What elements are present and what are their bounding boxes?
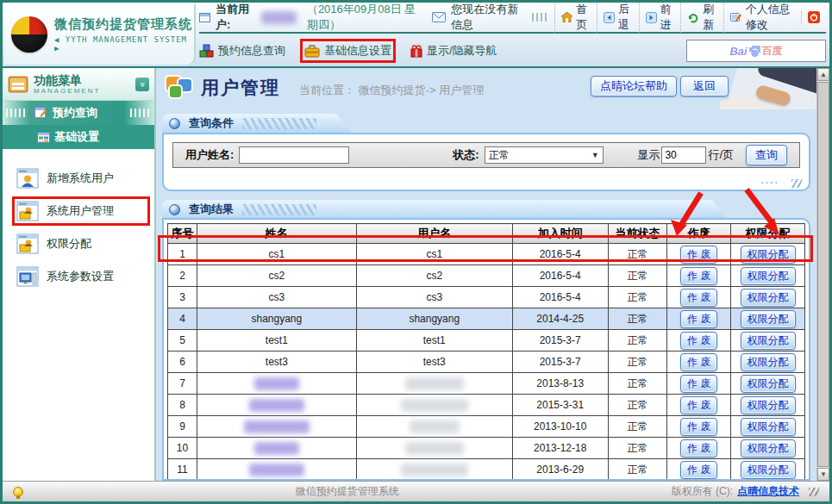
invalidate-button[interactable]: 作 废 — [680, 267, 717, 285]
sidebar-group-label: 基础设置 — [54, 129, 99, 145]
assign-permission-button[interactable]: 权限分配 — [741, 353, 796, 371]
result-panel-tab: 查询结果 — [162, 200, 728, 219]
cell-no: 4 — [168, 308, 197, 330]
scrollbar-thumb[interactable] — [817, 82, 829, 467]
return-button[interactable]: 返回 — [680, 76, 729, 96]
query-panel-body: 用户姓名: 状态: 正常 ▼ 显示 行/页 查询 ···· — [162, 133, 810, 191]
assign-permission-button[interactable]: 权限分配 — [741, 332, 796, 350]
assign-permission-button[interactable]: 权限分配 — [741, 246, 796, 264]
cell-join-date: 2013-6-29 — [512, 459, 608, 481]
toolbar-item[interactable]: 显示/隐藏导航 — [410, 43, 497, 59]
cell-name: cs1 — [197, 244, 356, 265]
scroll-down-button[interactable]: ▼ — [817, 468, 829, 481]
topbar-link[interactable]: 刷新 — [680, 2, 723, 33]
query-panel-tab: 查询条件 — [162, 114, 352, 133]
vertical-scrollbar[interactable]: ▲ ▼ — [816, 68, 829, 481]
cell-assign: 权限分配 — [731, 459, 805, 481]
date-text: （2016年09月08日 星期四） — [307, 2, 427, 33]
assign-permission-button[interactable]: 权限分配 — [741, 418, 796, 436]
topbar-link-label: 刷新 — [703, 2, 716, 33]
topbar-link[interactable]: 前进 — [639, 2, 681, 33]
sidebar-group-basic-settings[interactable]: 基础设置 — [3, 125, 154, 149]
sidebar-collapse-button[interactable]: » — [135, 78, 149, 91]
assign-permission-button[interactable]: 权限分配 — [741, 375, 796, 393]
assign-permission-button[interactable]: 权限分配 — [741, 267, 796, 285]
invalidate-button[interactable]: 作 废 — [680, 396, 717, 414]
cell-name: cs2 — [197, 265, 356, 287]
toolbar-item-label: 基础信息设置 — [324, 43, 391, 59]
cell-join-date: 2013-12-18 — [512, 438, 608, 459]
baidu-search-box[interactable]: Bai 百度 — [686, 40, 826, 62]
invalidate-button[interactable]: 作 废 — [680, 461, 717, 479]
cell-join-date: 2015-3-31 — [512, 395, 608, 416]
sidebar-item[interactable]: 权限分配 — [16, 233, 146, 254]
cell-no: 10 — [168, 438, 197, 459]
toolbar-item[interactable]: 基础信息设置 — [304, 43, 391, 59]
sidebar-item[interactable]: 新增系统用户 — [16, 168, 146, 189]
system-params-icon — [16, 266, 39, 287]
assign-permission-button[interactable]: 权限分配 — [741, 439, 796, 457]
assign-permission-button[interactable]: 权限分配 — [741, 396, 796, 414]
sidebar: 功能菜单 MANAGEMENT » 预约查询 基础设置 新增系统用户系统用户管理… — [3, 68, 156, 481]
toolbar-item[interactable]: 预约信息查询 — [199, 43, 285, 59]
topbar-link[interactable]: 首页 — [554, 2, 597, 33]
invalidate-button[interactable]: 作 废 — [680, 418, 717, 436]
search-button[interactable]: 查询 — [746, 145, 787, 165]
forum-help-button[interactable]: 点晴论坛帮助 — [591, 76, 677, 96]
user-name-input[interactable] — [239, 146, 349, 164]
sidebar-group-reservation[interactable]: 预约查询 — [3, 101, 154, 125]
baidu-logo-bai: Bai — [729, 45, 747, 58]
column-header: 加入时间 — [512, 224, 608, 244]
cell-invalidate: 作 废 — [667, 373, 731, 395]
cell-username: test1 — [356, 330, 512, 352]
chevron-double-icon: » — [138, 82, 147, 87]
invalidate-button[interactable]: 作 废 — [680, 332, 717, 350]
manage-user-icon — [16, 201, 39, 221]
cell-join-date: 2016-5-4 — [512, 244, 608, 265]
result-panel-title: 查询结果 — [189, 202, 234, 217]
cell-name — [197, 395, 356, 416]
topbar-link[interactable]: 个人信息修改 — [723, 2, 801, 33]
invalidate-button[interactable]: 作 废 — [680, 353, 717, 371]
assign-permission-button[interactable]: 权限分配 — [741, 310, 796, 328]
ticks-decoration — [532, 13, 549, 22]
rows-per-page-input[interactable] — [661, 146, 706, 164]
ticks-decoration — [130, 109, 151, 117]
blurred-name — [254, 442, 299, 455]
cell-username — [356, 416, 512, 438]
topbar-link[interactable]: 后退 — [597, 2, 639, 33]
rows-prefix-label: 显示 — [637, 147, 660, 163]
sidebar-item-label: 新增系统用户 — [47, 171, 114, 186]
cell-no: 3 — [168, 287, 197, 308]
assign-permission-button[interactable]: 权限分配 — [741, 461, 796, 479]
baidu-paw-icon — [749, 46, 760, 57]
mail-icon — [432, 12, 446, 22]
cell-assign: 权限分配 — [731, 438, 805, 459]
page-header: 用户管理 当前位置： 微信预约提货-> 用户管理 点晴论坛帮助 返回 — [156, 68, 816, 109]
logout-button[interactable] — [801, 11, 826, 23]
cell-join-date: 2015-3-7 — [512, 352, 608, 373]
sidebar-item[interactable]: 系统参数设置 — [16, 266, 146, 287]
blurred-name — [254, 377, 299, 390]
cell-invalidate: 作 废 — [667, 416, 731, 438]
ticks-decoration — [6, 109, 27, 117]
invalidate-button[interactable]: 作 废 — [680, 375, 717, 393]
permission-icon — [16, 233, 39, 254]
menu-icon — [8, 76, 28, 93]
sidebar-item[interactable]: 系统用户管理 — [16, 201, 146, 221]
assign-permission-button[interactable]: 权限分配 — [741, 289, 796, 307]
cell-assign: 权限分配 — [731, 287, 805, 308]
invalidate-button[interactable]: 作 废 — [680, 310, 717, 328]
status-select[interactable]: 正常 ▼ — [485, 146, 604, 164]
copyright-link[interactable]: 点晴信息技术 — [737, 484, 799, 499]
cell-name: shangyang — [197, 308, 356, 330]
topbar-toolbar-row: 预约信息查询基础信息设置显示/隐藏导航 Bai 百度 — [199, 35, 826, 66]
scroll-up-button[interactable]: ▲ — [817, 68, 829, 81]
invalidate-button[interactable]: 作 废 — [680, 246, 717, 264]
toolbar: 预约信息查询基础信息设置显示/隐藏导航 — [199, 43, 511, 59]
column-header: 序号 — [168, 224, 197, 244]
invalidate-button[interactable]: 作 废 — [680, 439, 717, 457]
cell-no: 5 — [168, 330, 197, 352]
invalidate-button[interactable]: 作 废 — [680, 289, 717, 307]
cell-invalidate: 作 废 — [667, 308, 731, 330]
